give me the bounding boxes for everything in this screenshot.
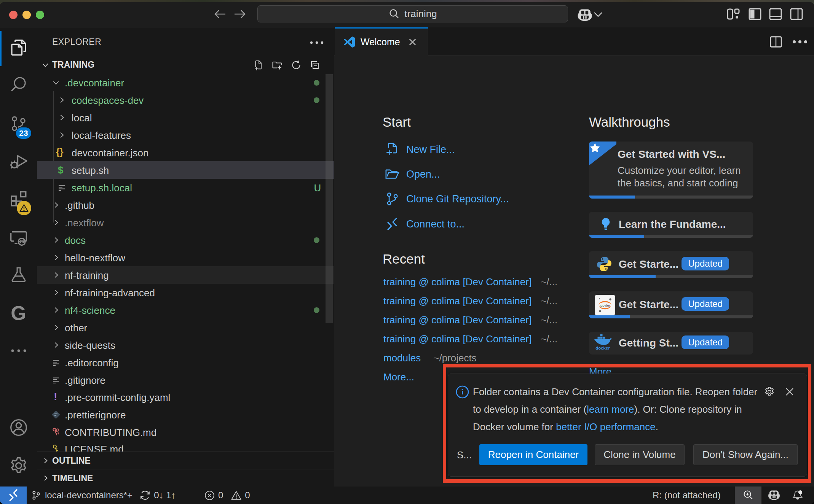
svg-text:jupyter: jupyter [599, 304, 610, 307]
svg-text:docker: docker [595, 346, 610, 350]
